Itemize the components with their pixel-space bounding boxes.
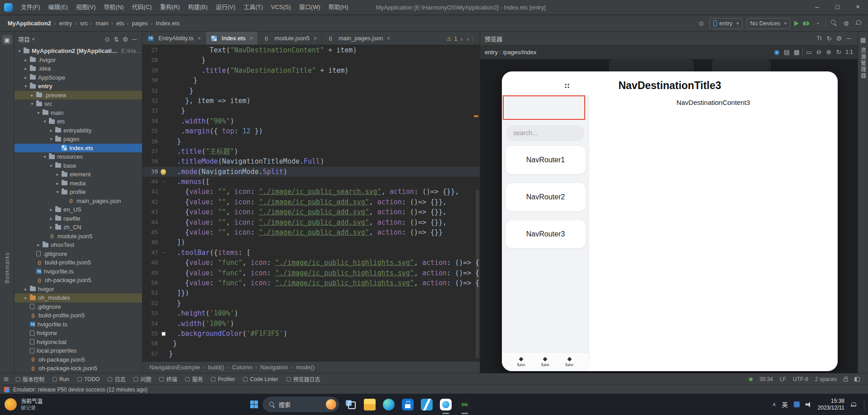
intention-bulb-icon[interactable] (161, 169, 166, 174)
tree-item[interactable]: ▾main (14, 108, 142, 118)
tree-item[interactable]: {}build-profile.json5 (14, 258, 142, 267)
toolbar-func-item[interactable]: func (565, 358, 573, 367)
menubar-item-5[interactable]: 重构(R) (156, 0, 184, 14)
editor-tab-module-json5[interactable]: {}module.json5× (258, 32, 322, 45)
toolwindow-button-4[interactable]: 问题 (130, 375, 155, 383)
run-config-select[interactable]: entry (710, 18, 743, 29)
close-tab-icon[interactable]: × (387, 35, 390, 42)
tree-item[interactable]: TShvigorfile.ts (14, 267, 142, 276)
code-line[interactable]: 34 .width("90%") (143, 116, 480, 126)
code-line[interactable]: 41 {value: "", icon: "./image/ic_public_… (143, 187, 480, 197)
breadcrumb-item[interactable]: pages (125, 20, 149, 27)
run-icon[interactable] (794, 21, 799, 26)
code-line[interactable]: 44 {value: "", icon: "./image/ic_public_… (143, 217, 480, 227)
editor-breadcrumb-item[interactable]: Column (225, 364, 253, 371)
code-line[interactable]: 39 .mode(NavigationMode.Split) (143, 167, 480, 177)
chevron-closed-icon[interactable]: ▸ (29, 93, 35, 98)
nav-router-button[interactable]: NavRouter3 (506, 220, 586, 248)
status-message[interactable]: Emulator: release P50 device success (12… (13, 387, 148, 393)
toolwindow-button-3[interactable]: 日志 (104, 375, 129, 383)
maximize-button[interactable]: □ (827, 0, 848, 15)
chevron-open-icon[interactable]: ▾ (16, 48, 23, 53)
menubar-item-11[interactable]: 帮助(H) (324, 0, 353, 14)
tree-item[interactable]: ▸AppScope (14, 73, 142, 82)
next-warning-icon[interactable]: ∨ (466, 37, 469, 42)
taskbar-app-vscode[interactable] (420, 394, 434, 415)
editor-breadcrumb-item[interactable]: build() (201, 364, 225, 371)
taskbar-app-store[interactable] (401, 394, 415, 415)
tree-item[interactable]: {}oh-package-lock.json5 (14, 364, 142, 373)
tree-item[interactable]: ▸.hvigor (14, 56, 142, 65)
menubar-item-1[interactable]: 编辑(E) (44, 0, 72, 14)
taskbar-app-explorer[interactable] (363, 394, 377, 415)
tree-item[interactable]: ▸media (14, 179, 142, 188)
close-tab-icon[interactable]: × (314, 35, 317, 42)
tree-item[interactable]: .gitignore (14, 250, 142, 259)
tree-item[interactable]: ▾profile (14, 188, 142, 197)
collapse-icon[interactable]: ⇅ (112, 35, 120, 44)
grid-icon[interactable]: ▦ (792, 47, 801, 57)
chevron-open-icon[interactable]: ▾ (48, 163, 54, 168)
tree-item[interactable]: {}oh-package.json5 (14, 355, 142, 364)
tree-item[interactable]: {}build-profile.json5 (14, 311, 142, 320)
taskbar-app-edge[interactable] (382, 394, 396, 415)
breadcrumb-item[interactable]: entry (52, 20, 73, 27)
editor-breadcrumb-item[interactable]: mode() (289, 364, 316, 371)
search-input[interactable]: search... (506, 125, 584, 141)
tree-item[interactable]: ▸zh_CN (14, 223, 142, 232)
weather-widget[interactable]: 当前气温 破记录 (5, 398, 43, 411)
code-line[interactable]: 50 {value: "func", icon: "./image/ic_pub… (143, 278, 480, 288)
code-line[interactable]: 57} (143, 349, 480, 359)
code-line[interactable]: 45 {value: "", icon: "./image/ic_public_… (143, 227, 480, 237)
warning-stripe-mark[interactable] (474, 115, 478, 117)
close-tab-icon[interactable]: × (198, 35, 201, 42)
target-icon[interactable]: ◉ (773, 47, 781, 57)
tree-item[interactable]: {}oh-package.json5 (14, 276, 142, 285)
start-button[interactable] (250, 401, 258, 408)
project-toolwindow-icon[interactable]: ▣ (2, 35, 12, 45)
chevron-open-icon[interactable]: ▾ (23, 84, 29, 89)
code-line[interactable]: 27 Text("NavDestinationContent" + item) (143, 45, 480, 55)
breadcrumb-item[interactable]: src (73, 20, 89, 27)
color-swatch[interactable] (162, 332, 166, 336)
input-indicator-icon[interactable] (794, 401, 800, 407)
chevron-closed-icon[interactable]: ▸ (48, 225, 54, 230)
code-line[interactable]: 53 .height('100%') (143, 308, 480, 318)
bookmarks-toolwindow-tab[interactable]: Bookmarks (0, 252, 14, 283)
code-line[interactable]: 54 .width('100%') (143, 319, 480, 329)
config-icon[interactable]: ⊙ (697, 19, 706, 28)
tree-item[interactable]: ▸en_US (14, 205, 142, 214)
code-line[interactable]: 47− .toolBar({items: [ (143, 248, 480, 258)
code-line[interactable]: 40− .menus([ (143, 177, 480, 187)
tree-item[interactable]: {}module.json5 (14, 232, 142, 241)
rotate-icon[interactable]: ↻ (835, 47, 843, 57)
menubar-item-6[interactable]: 构建(B) (184, 0, 211, 14)
code-line[interactable]: 31 } (143, 86, 480, 96)
toolwindow-button-7[interactable]: Profiler (207, 376, 238, 382)
tree-item[interactable]: local.properties (14, 346, 142, 355)
chevron-closed-icon[interactable]: ▸ (48, 216, 54, 221)
tree-item[interactable]: ▾base (14, 161, 142, 170)
breadcrumb-item[interactable]: Index.ets (149, 20, 181, 27)
toolwindow-button-0[interactable]: 版本控制 (12, 375, 48, 383)
close-button[interactable]: × (848, 0, 868, 15)
close-tab-icon[interactable]: × (250, 35, 253, 42)
code-line[interactable]: 52 } (143, 298, 480, 308)
code-line[interactable]: 38 .titleMode(NavigationTitleMode.Full) (143, 156, 480, 166)
code-line[interactable]: 30 } (143, 75, 480, 85)
zoom-out-icon[interactable]: ⊖ (815, 47, 823, 57)
tree-item[interactable]: ▸rawfile (14, 214, 142, 223)
menubar-item-4[interactable]: 代码(C) (128, 0, 156, 14)
code-line[interactable]: 56 } (143, 339, 480, 349)
clock[interactable]: 15:38 2023/12/11 (818, 398, 844, 411)
file-encoding[interactable]: UTF-8 (793, 376, 808, 382)
tree-item[interactable]: hvigorw.bat (14, 338, 142, 347)
tree-item[interactable]: ▸hvigor (14, 285, 142, 294)
toolwindow-button-8[interactable]: Code Linter (239, 376, 281, 382)
hide-icon[interactable]: ─ (130, 35, 138, 44)
code-line[interactable]: 33 } (143, 106, 480, 116)
layout-icon[interactable] (854, 377, 860, 382)
tree-item[interactable]: ▸.preview (14, 91, 142, 100)
resource-manager-toolwindow-tab[interactable]: ▦ 资源管理器 (858, 32, 868, 79)
toolwindow-button-5[interactable]: 终端 (156, 375, 181, 383)
